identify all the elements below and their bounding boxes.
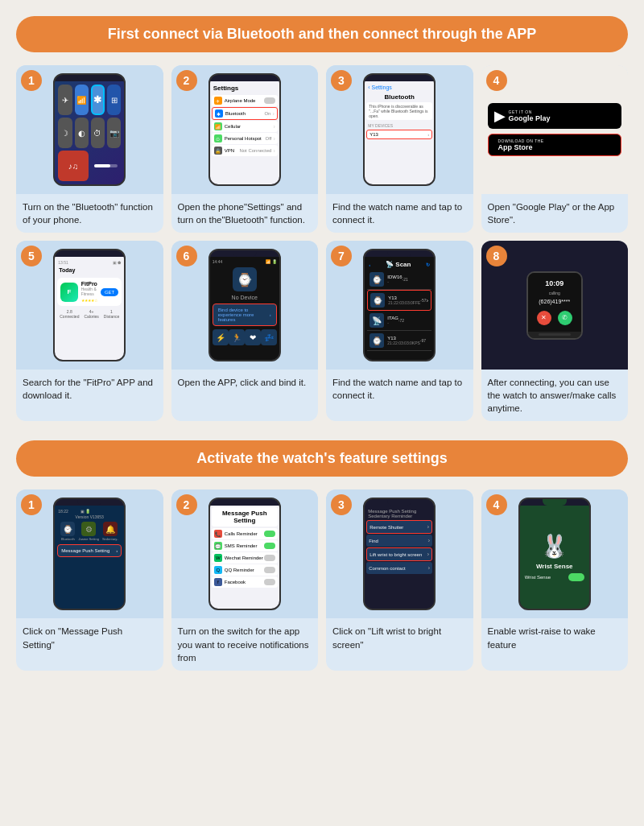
msg-push-btn-text: Message Push Setting <box>61 548 109 553</box>
bind-bar: Bind device to experience more features … <box>213 304 277 326</box>
airplane-toggle <box>264 97 275 104</box>
msg-push-header-time: 18:22 ▣ 🔋 <box>57 508 122 514</box>
vpn-label: VPN <box>225 148 240 153</box>
screen-cc-icon: ⊞ <box>107 85 121 115</box>
smartwatch-mockup: 10:09 calling (626)419**** ✕ ✆ <box>526 271 583 340</box>
phone-notch-act4 <box>543 499 567 506</box>
app-store-button[interactable]: Download on the App Store <box>488 134 622 156</box>
bt-feature-label: Bluetooth <box>61 537 75 541</box>
push-setting-title: Message Push Setting <box>212 507 278 527</box>
sms-toggle[interactable] <box>264 543 275 549</box>
bt-back-header: ‹ Settings <box>366 83 432 92</box>
watch-call-buttons: ✕ ✆ <box>537 311 572 325</box>
find-arrow: › <box>428 537 431 544</box>
wrist-screen-container: Message Push Setting Sedentary Reminder … <box>365 506 434 609</box>
lift-wrist-row: Lift wrist to bright screen › <box>366 547 432 561</box>
push-setting-screen: Message Push Setting 📞 Calls Reminder 💬 <box>210 506 279 609</box>
y13-name: Y13 <box>369 132 427 137</box>
y13-scan-row: ⌚ Y13 21:22:03:03:0FFE -57 › <box>367 290 431 311</box>
wrist-sense-toggle[interactable] <box>568 573 584 581</box>
google-play-text: Google Play <box>509 114 551 122</box>
fb-toggle[interactable] <box>264 579 275 585</box>
step-4-card: 4 ▶ GET IT ON Google Play Download on th… <box>481 65 629 233</box>
step-2-card: 2 Settings ✈ Airplane Mode ✱ Bluetooth <box>171 65 319 233</box>
step-2-image: 2 Settings ✈ Airplane Mode ✱ Bluetooth <box>171 65 319 194</box>
answer-button[interactable]: ✆ <box>558 311 572 325</box>
act-step-3-image: 3 Message Push Setting Sedentary Reminde… <box>326 489 473 618</box>
apple-text: Download on the App Store <box>498 138 544 151</box>
fitpro-app-card: F FitPro Health & Fitness ★★★★☆ GET <box>57 278 122 306</box>
idw16-name: IDW16 <box>387 275 402 279</box>
remote-shutter-arrow: › <box>427 523 430 531</box>
bt-title: Bluetooth <box>366 92 432 102</box>
msg-push-btn[interactable]: Message Push Setting › <box>57 544 122 557</box>
fitpro-stats: 2.8 Connected 4+ Calories 1 Distance <box>57 309 122 319</box>
section-2-header: Activate the watch's feature settings <box>16 440 628 477</box>
bt-chevron: › <box>272 111 274 117</box>
decline-button[interactable]: ✕ <box>537 311 551 325</box>
hotspot-value: Off <box>266 136 272 141</box>
step-6-card: 6 14:44 📶 🔋 ⌚ No Device Bind device to e… <box>171 241 319 421</box>
app-store-text: App Store <box>498 143 544 151</box>
step-2-number: 2 <box>176 70 197 91</box>
phone-mockup-act1: 18:22 ▣ 🔋 Version V13653 ⌚ Bluetooth ⚙ J… <box>53 498 126 610</box>
fitpro-sub: Health & Fitness <box>81 287 97 296</box>
phone-mockup-2: Settings ✈ Airplane Mode ✱ Bluetooth On … <box>208 73 281 186</box>
act-step-2-desc: Turn on the switch for the app you want … <box>171 618 319 670</box>
wrist-header-top: Message Push Setting Sedentary Reminder <box>366 507 432 520</box>
step-7-image: 7 ‹ 📡 Scan ↻ ⌚ IDW16 <box>326 241 473 370</box>
bt-screen-3: ‹ Settings Bluetooth This iPhone is disc… <box>365 81 434 184</box>
wrist-sense-toggle-label: Wrist Sense <box>525 575 551 580</box>
calls-icon: 📞 <box>214 530 222 538</box>
fb-text: Facebook <box>225 580 246 584</box>
idw16-sub: - <box>387 279 402 284</box>
y13-2-signal: -97 <box>420 338 426 343</box>
find-label: Find <box>369 539 378 543</box>
act-step-4-desc: Enable wrist-raise to wake feature <box>481 618 629 670</box>
google-play-button[interactable]: ▶ GET IT ON Google Play <box>488 103 622 129</box>
wechat-icon: W <box>214 554 222 562</box>
qq-toggle[interactable] <box>264 567 275 573</box>
msg-push-screen: 18:22 ▣ 🔋 Version V13653 ⌚ Bluetooth ⚙ J… <box>55 506 124 609</box>
get-button[interactable]: GET <box>101 288 118 296</box>
y13-chevron: › <box>427 132 429 137</box>
itag-sub: - <box>387 320 398 325</box>
phone-notch-act1 <box>77 499 101 506</box>
settings-title: Settings <box>212 83 278 95</box>
msg-icon-juame: ⚙ Juame Setting <box>78 522 99 541</box>
act-step-2-image: 2 Message Push Setting 📞 Calls Reminder <box>171 489 319 618</box>
y13-2-icon: ⌚ <box>369 333 384 348</box>
step-3-number: 3 <box>331 70 352 91</box>
airplane-icon: ✈ <box>214 97 222 105</box>
step-3-image: 3 ‹ Settings Bluetooth This iPhone is di… <box>326 65 473 194</box>
step-1-image: 1 ✈ 📶 ✱ ⊞ ☽ ◐ ⏱ 📷 ♪♫ <box>16 65 163 194</box>
cellular-icon: 📶 <box>214 122 222 130</box>
steps-row-1: 1 ✈ 📶 ✱ ⊞ ☽ ◐ ⏱ 📷 ♪♫ <box>16 65 628 233</box>
bt-settings-label: Bluetooth <box>225 111 265 116</box>
vpn-chevron: › <box>273 148 275 154</box>
distance-stat: 1 Distance <box>104 309 119 319</box>
watch-call-status: calling <box>549 291 560 295</box>
step-8-image: 8 10:09 calling (626)419**** ✕ ✆ <box>481 241 629 370</box>
calls-toggle[interactable] <box>264 531 275 537</box>
itag-info: ITAG - <box>387 316 398 325</box>
step-4-number: 4 <box>486 70 507 91</box>
fb-label: f Facebook <box>214 578 246 586</box>
act-step-3-desc: Click on "Lift wrist to bright screen" <box>326 618 473 670</box>
fitpro-screen: 13:51 ▣ ⬟ Today F FitPro Health & Fitnes… <box>55 257 124 360</box>
bind-icon-4: 💤 <box>261 329 277 345</box>
bind-arrow: › <box>270 312 271 317</box>
phone-mockup-6: 14:44 📶 🔋 ⌚ No Device Bind device to exp… <box>208 249 281 361</box>
sms-push-row: 💬 SMS Reminder <box>212 540 278 551</box>
wechat-toggle[interactable] <box>264 555 275 561</box>
distance-label: Distance <box>104 314 119 319</box>
bt-feature-icon: ⌚ <box>60 522 75 536</box>
watch-band-bottom <box>528 332 581 338</box>
steps-row-2: 5 13:51 ▣ ⬟ Today F FitPro <box>16 241 628 421</box>
bind-time: 14:44 <box>213 259 223 264</box>
qq-label: Q QQ Reminder <box>214 566 254 574</box>
fitpro-info: FitPro Health & Fitness ★★★★☆ <box>81 281 97 303</box>
fitpro-logo: F <box>60 283 77 302</box>
y13-device-row: Y13 › <box>366 130 432 139</box>
msg-icon-bt: ⌚ Bluetooth <box>60 522 75 541</box>
